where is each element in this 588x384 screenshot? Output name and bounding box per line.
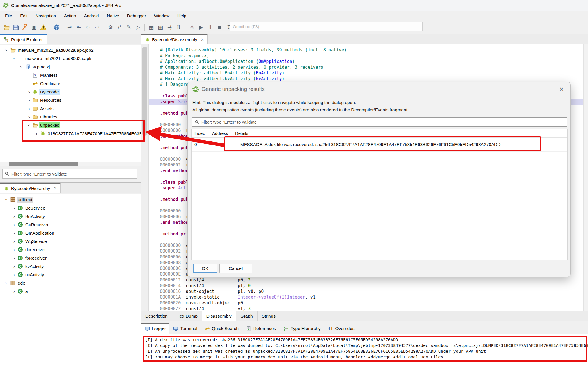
- expander-icon[interactable]: ›: [11, 239, 18, 244]
- dialog-close-icon[interactable]: ×: [560, 85, 564, 93]
- decompile-icon[interactable]: ⚙: [106, 23, 115, 32]
- expander-icon[interactable]: ›: [11, 231, 18, 235]
- close-icon[interactable]: ×: [201, 37, 204, 42]
- expander-icon[interactable]: ›: [11, 247, 18, 252]
- tab-project-explorer[interactable]: Project Explorer: [0, 34, 47, 44]
- ok-button[interactable]: OK: [193, 264, 217, 273]
- tree-row[interactable]: › malware_mh2021_aad80d2a.apk.jdb2: [0, 46, 141, 54]
- tab-overrides[interactable]: Overrides: [324, 323, 358, 334]
- tab-logger[interactable]: Logger: [141, 323, 169, 334]
- tree-row[interactable]: › BcService: [0, 204, 141, 212]
- column-index[interactable]: Index: [192, 129, 209, 137]
- expander-icon[interactable]: ›: [26, 114, 32, 119]
- code-line: # Main Activity: adlbect.BnActivity (BnA…: [149, 70, 583, 76]
- jump-into-icon[interactable]: ⇤: [75, 23, 83, 32]
- expander-icon[interactable]: ›: [3, 48, 10, 53]
- expander-icon[interactable]: ›: [11, 214, 18, 219]
- tab-references[interactable]: References: [242, 323, 280, 334]
- table-gear-icon[interactable]: ▩: [156, 23, 165, 32]
- navigate-forward-icon[interactable]: ⇨: [93, 23, 101, 32]
- stop-icon[interactable]: ■: [215, 23, 224, 32]
- tree-row[interactable]: › GcReceiver: [0, 220, 141, 229]
- code-right-scrollbar[interactable]: [583, 44, 588, 311]
- tree-row[interactable]: › OmApplication: [0, 229, 141, 237]
- tree-row[interactable]: › dcreceiver: [0, 245, 141, 254]
- tree-row[interactable]: › ncActivity: [0, 270, 141, 279]
- menu-item[interactable]: Native: [103, 11, 123, 21]
- tree-row[interactable]: › fbReceiver: [0, 254, 141, 262]
- tree-row[interactable]: › Bytecode: [0, 88, 141, 96]
- tree-row[interactable]: › w.pmc.xj: [0, 63, 141, 71]
- tree-row[interactable]: › adlbect: [0, 195, 141, 204]
- expander-icon[interactable]: ›: [26, 98, 32, 103]
- tree-row[interactable]: › Assets: [0, 104, 141, 113]
- rename-icon[interactable]: ✎: [125, 23, 133, 32]
- tab-hex-dump[interactable]: Hex Dump: [172, 311, 202, 321]
- flow-view-icon[interactable]: ⇶: [165, 23, 174, 32]
- sort-icon[interactable]: ⇅: [175, 23, 183, 32]
- menu-item[interactable]: Edit: [16, 11, 32, 21]
- expander-icon[interactable]: ›: [26, 73, 32, 78]
- tree-row[interactable]: › a: [0, 287, 141, 295]
- tab-graph[interactable]: Graph: [236, 311, 258, 321]
- tab-terminal[interactable]: Terminal: [169, 323, 201, 334]
- expander-icon[interactable]: ›: [11, 206, 18, 210]
- menu-item[interactable]: Help: [173, 11, 190, 21]
- menu-item[interactable]: File: [1, 11, 16, 21]
- save-icon[interactable]: [11, 23, 20, 32]
- menu-item[interactable]: Navigation: [32, 11, 60, 21]
- tab-disassembly[interactable]: Disassembly: [202, 311, 236, 321]
- tab-strings[interactable]: Strings: [258, 311, 280, 321]
- expander-icon[interactable]: ›: [11, 56, 18, 61]
- expander-icon[interactable]: ›: [3, 197, 10, 202]
- tree-row[interactable]: › BnActivity: [0, 212, 141, 220]
- comment-icon[interactable]: /*: [115, 23, 124, 32]
- expander-icon[interactable]: ›: [26, 89, 32, 94]
- tree-row[interactable]: › Manifest: [0, 71, 141, 79]
- scrollbar-thumb[interactable]: [9, 162, 78, 166]
- tab-description[interactable]: Description: [141, 311, 172, 321]
- tree-row[interactable]: › kvActivity: [0, 262, 141, 270]
- jump-to-end-icon[interactable]: ⇥: [65, 23, 74, 32]
- expander-icon[interactable]: ›: [18, 64, 25, 69]
- tab-bytecode-hierarchy[interactable]: Bytecode/Hierarchy ×: [0, 183, 61, 193]
- tree-row[interactable]: › Resources: [0, 96, 141, 104]
- debug-icon[interactable]: ❊: [188, 23, 196, 32]
- expander-icon[interactable]: ›: [11, 289, 18, 294]
- close-icon[interactable]: ×: [54, 186, 56, 191]
- class-icon: [18, 264, 23, 269]
- globe-icon[interactable]: [52, 23, 61, 32]
- expander-icon[interactable]: ›: [26, 106, 32, 111]
- dialog-filter-input[interactable]: [201, 120, 564, 124]
- class-icon: [18, 230, 23, 236]
- table-view-icon[interactable]: ▦: [147, 23, 155, 32]
- snapshot-icon[interactable]: ▣: [30, 23, 38, 32]
- run-icon[interactable]: ▶: [197, 23, 205, 32]
- tab-quick-search[interactable]: Quick Search: [201, 323, 242, 334]
- expander-icon[interactable]: ›: [11, 272, 18, 277]
- tree-row[interactable]: › Certificate: [0, 79, 141, 88]
- pause-icon[interactable]: ‖: [206, 23, 214, 32]
- convert-doc-icon[interactable]: ▷: [134, 23, 142, 32]
- expander-icon[interactable]: ›: [11, 264, 18, 269]
- expander-icon[interactable]: ›: [11, 256, 18, 260]
- warning-icon[interactable]: [39, 23, 47, 32]
- menu-item[interactable]: Debugger: [123, 11, 150, 21]
- tab-type-hierarchy[interactable]: Type Hierarchy: [280, 323, 324, 334]
- tree-row[interactable]: › gdx: [0, 279, 141, 287]
- wrench-icon[interactable]: [21, 23, 29, 32]
- expander-icon[interactable]: ›: [3, 281, 10, 285]
- omnibox-input[interactable]: [230, 22, 423, 31]
- project-filter-input[interactable]: [11, 172, 135, 176]
- open-file-icon[interactable]: [2, 23, 11, 32]
- navigate-back-icon[interactable]: ⇦: [84, 23, 92, 32]
- expander-icon[interactable]: ›: [11, 222, 18, 227]
- tab-bytecode-disassembly[interactable]: Bytecode/Disassembly ×: [141, 34, 208, 44]
- cancel-button[interactable]: Cancel: [219, 264, 252, 273]
- menu-item[interactable]: Window: [150, 11, 173, 21]
- expander-icon[interactable]: ›: [26, 81, 32, 86]
- menu-item[interactable]: Android: [80, 11, 103, 21]
- menu-item[interactable]: Action: [60, 11, 80, 21]
- tree-row[interactable]: › malware_mh2021_aad80d2a.apk: [0, 54, 141, 63]
- tree-row[interactable]: › WqService: [0, 237, 141, 245]
